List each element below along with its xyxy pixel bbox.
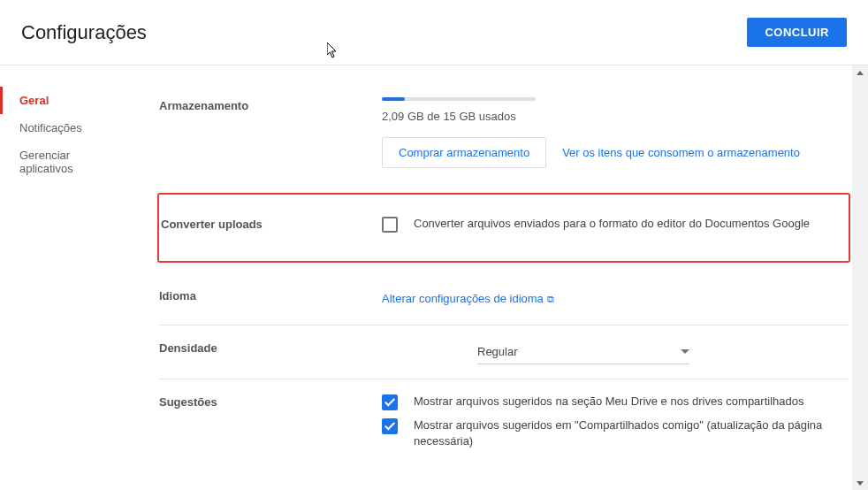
convert-body: Converter arquivos enviados para o forma… (382, 216, 849, 240)
settings-sidebar: Geral Notificações Gerenciar aplicativos (0, 65, 140, 490)
scroll-track[interactable] (852, 80, 868, 476)
convert-checkbox-row: Converter arquivos enviados para o forma… (382, 216, 849, 233)
language-link[interactable]: Alterar configurações de idioma⧉ (382, 292, 554, 305)
sidebar-item-notifications[interactable]: Notificações (0, 114, 140, 142)
content-area: Geral Notificações Gerenciar aplicativos… (0, 65, 868, 490)
suggestions-body: Mostrar arquivos sugeridos na seção Meu … (382, 394, 849, 456)
settings-main: Armazenamento 2,09 GB de 15 GB usados Co… (140, 65, 868, 490)
convert-checkbox[interactable] (382, 217, 398, 233)
language-body: Alterar configurações de idioma⧉ (382, 287, 849, 310)
section-suggestions: Sugestões Mostrar arquivos sugeridos na … (159, 379, 849, 471)
storage-body: 2,09 GB de 15 GB usados Comprar armazena… (382, 97, 849, 168)
buy-storage-button[interactable]: Comprar armazenamento (382, 137, 546, 168)
external-link-icon: ⧉ (547, 294, 554, 304)
scroll-up-button[interactable] (852, 65, 868, 80)
chevron-down-icon (857, 481, 864, 486)
chevron-down-icon (681, 349, 689, 354)
suggestion-1-checkbox[interactable] (382, 394, 398, 410)
convert-checkbox-label: Converter arquivos enviados para o forma… (414, 216, 810, 232)
sidebar-item-manage-apps[interactable]: Gerenciar aplicativos (0, 142, 140, 182)
convert-label: Converter uploads (159, 216, 382, 240)
chevron-up-icon (857, 71, 864, 75)
suggestions-label: Sugestões (159, 394, 382, 456)
section-density: Densidade Regular (159, 325, 849, 379)
view-storage-link[interactable]: Ver os itens que consomem o armazenament… (562, 142, 800, 165)
suggestion-2-label: Mostrar arquivos sugeridos em "Compartil… (414, 417, 849, 449)
settings-header: Configurações CONCLUIR (0, 0, 868, 65)
section-storage: Armazenamento 2,09 GB de 15 GB usados Co… (159, 83, 849, 182)
scroll-down-button[interactable] (852, 476, 868, 490)
storage-progress (382, 97, 536, 101)
done-button[interactable]: CONCLUIR (747, 18, 847, 47)
suggestion-1-label: Mostrar arquivos sugeridos na seção Meu … (414, 394, 803, 410)
storage-label: Armazenamento (159, 97, 382, 168)
page-title: Configurações (21, 21, 147, 44)
language-label: Idioma (159, 287, 382, 310)
section-language: Idioma Alterar configurações de idioma⧉ (159, 273, 849, 325)
scrollbar[interactable] (852, 65, 868, 490)
storage-usage-text: 2,09 GB de 15 GB usados (382, 110, 849, 123)
suggestion-1-row: Mostrar arquivos sugeridos na seção Meu … (382, 394, 849, 410)
density-select[interactable]: Regular (477, 340, 689, 364)
suggestion-2-checkbox[interactable] (382, 418, 398, 434)
storage-actions: Comprar armazenamento Ver os itens que c… (382, 137, 849, 168)
density-value: Regular (477, 345, 681, 358)
density-body: Regular (382, 340, 849, 364)
suggestion-2-row: Mostrar arquivos sugeridos em "Compartil… (382, 417, 849, 449)
storage-progress-fill (382, 97, 405, 101)
section-convert-uploads: Converter uploads Converter arquivos env… (157, 193, 850, 263)
density-label: Densidade (159, 340, 382, 364)
sidebar-item-general[interactable]: Geral (0, 87, 140, 114)
